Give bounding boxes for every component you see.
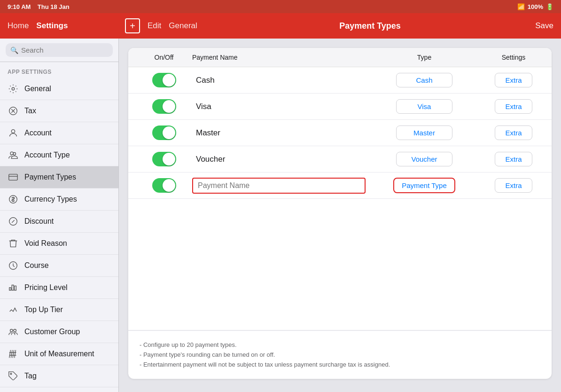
sidebar-label-account: Account — [24, 129, 52, 137]
payment-types-icon — [8, 172, 19, 183]
payment-name-voucher: Voucher — [192, 155, 366, 164]
extra-visa-button[interactable]: Extra — [495, 99, 532, 114]
footer-note-2: - Payment type's rounding can be turned … — [140, 350, 540, 360]
search-wrap: 🔍 — [6, 43, 113, 57]
home-link[interactable]: Home — [8, 21, 29, 31]
sidebar-item-account[interactable]: Account — [0, 122, 118, 144]
sidebar-item-payment-types[interactable]: Payment Types — [0, 166, 118, 188]
toggle-voucher-cell — [136, 152, 192, 166]
payment-name-master: Master — [192, 128, 366, 138]
sidebar-item-account-type[interactable]: Account Type — [0, 144, 118, 166]
sidebar-label-void-reason: Void Reason — [24, 239, 67, 248]
type-cash-cell: Cash — [366, 73, 483, 87]
sidebar: 🔍 APP SETTINGS General Tax Account — [0, 39, 119, 392]
type-voucher-button[interactable]: Voucher — [396, 152, 452, 166]
page-title: Payment Types — [205, 21, 535, 31]
search-input[interactable] — [21, 46, 110, 54]
discount-icon — [8, 216, 19, 227]
type-master-cell: Master — [366, 125, 483, 140]
type-voucher-cell: Voucher — [366, 152, 483, 166]
type-master-button[interactable]: Master — [396, 125, 452, 140]
extra-new-button[interactable]: Extra — [495, 178, 532, 193]
battery-label: 100% — [528, 3, 543, 10]
new-type-cell: Payment Type — [366, 178, 483, 193]
general-link[interactable]: General — [169, 21, 197, 31]
table-row: Voucher Voucher Extra — [128, 146, 552, 172]
course-icon — [8, 260, 19, 271]
unit-of-measurement-icon — [8, 348, 19, 360]
battery-icon: 🔋 — [546, 3, 553, 10]
main-layout: 🔍 APP SETTINGS General Tax Account — [0, 39, 561, 392]
search-bar: 🔍 — [0, 39, 118, 62]
sidebar-item-course[interactable]: Course — [0, 255, 118, 277]
sidebar-item-unit-of-measurement[interactable]: Unit of Measurement — [0, 343, 118, 365]
currency-types-icon — [8, 194, 19, 205]
sidebar-item-currency-types[interactable]: Currency Types — [0, 188, 118, 211]
sidebar-item-void-reason[interactable]: Void Reason — [0, 233, 118, 255]
wifi-icon: 📶 — [517, 3, 525, 10]
sidebar-label-course: Course — [24, 261, 49, 270]
nav-center: + Edit General Payment Types — [125, 18, 535, 33]
content-area: On/Off Payment Name Type Settings Cash C… — [119, 39, 561, 392]
toggle-voucher[interactable] — [152, 152, 176, 166]
save-button[interactable]: Save — [535, 21, 553, 31]
customer-group-icon — [8, 326, 19, 337]
time-display: 9:10 AM — [8, 3, 31, 10]
toggle-new[interactable] — [152, 178, 176, 193]
table-row: Cash Cash Extra — [128, 67, 552, 94]
settings-link[interactable]: Settings — [36, 21, 68, 31]
toggle-master[interactable] — [152, 125, 176, 140]
top-nav: Home Settings + Edit General Payment Typ… — [0, 13, 561, 39]
sidebar-item-tax[interactable]: Tax — [0, 100, 118, 122]
gear-icon — [8, 83, 19, 94]
sidebar-item-customer-group[interactable]: Customer Group — [0, 321, 118, 343]
footer-notes: - Configure up to 20 payment types. - Pa… — [128, 330, 552, 379]
new-payment-row: Payment Type Extra — [128, 172, 552, 199]
table-row: Visa Visa Extra — [128, 94, 552, 120]
extra-cash-button[interactable]: Extra — [495, 73, 532, 87]
settings-master-cell: Extra — [483, 125, 544, 140]
toggle-new-cell — [136, 178, 192, 193]
toggle-cash[interactable] — [152, 73, 176, 87]
nav-left: Home Settings — [8, 21, 125, 31]
sidebar-label-tax: Tax — [24, 107, 36, 115]
void-reason-icon — [8, 238, 19, 249]
sidebar-label-tag: Tag — [24, 372, 37, 380]
sidebar-item-discount[interactable]: Discount — [0, 211, 118, 233]
extra-master-button[interactable]: Extra — [495, 125, 532, 140]
svg-point-8 — [10, 329, 13, 332]
toggle-visa[interactable] — [152, 99, 176, 114]
add-button[interactable]: + — [125, 18, 140, 33]
account-type-icon — [8, 149, 19, 161]
tag-icon — [8, 370, 19, 382]
sidebar-item-general[interactable]: General — [0, 78, 118, 100]
search-icon: 🔍 — [10, 47, 18, 54]
toggle-visa-cell — [136, 99, 192, 114]
edit-link[interactable]: Edit — [148, 21, 161, 31]
payment-name-cash: Cash — [192, 76, 366, 85]
date-display: Thu 18 Jan — [38, 3, 70, 10]
status-bar: 9:10 AM Thu 18 Jan 📶 100% 🔋 — [0, 0, 561, 13]
settings-cash-cell: Extra — [483, 73, 544, 87]
sidebar-label-top-up-tier: Top Up Tier — [24, 306, 63, 314]
toggle-master-cell — [136, 125, 192, 140]
header-type: Type — [366, 54, 483, 61]
status-right: 📶 100% 🔋 — [517, 3, 553, 10]
svg-point-9 — [14, 329, 16, 332]
sidebar-label-customer-group: Customer Group — [24, 328, 80, 336]
table-header: On/Off Payment Name Type Settings — [128, 48, 552, 67]
type-visa-button[interactable]: Visa — [396, 99, 452, 114]
svg-rect-4 — [9, 174, 17, 180]
account-icon — [8, 127, 19, 139]
new-payment-name-input[interactable] — [192, 178, 366, 194]
sidebar-item-top-up-tier[interactable]: Top Up Tier — [0, 299, 118, 321]
new-payment-name-cell — [192, 178, 366, 194]
spacer — [128, 199, 552, 330]
sidebar-item-tag[interactable]: Tag — [0, 365, 118, 387]
new-type-button[interactable]: Payment Type — [393, 178, 455, 193]
type-cash-button[interactable]: Cash — [396, 73, 452, 87]
extra-voucher-button[interactable]: Extra — [495, 152, 532, 166]
sidebar-item-pricing-level[interactable]: Pricing Level — [0, 277, 118, 299]
header-settings: Settings — [483, 54, 544, 61]
sidebar-item-denomination[interactable]: Denomination — [0, 387, 118, 392]
